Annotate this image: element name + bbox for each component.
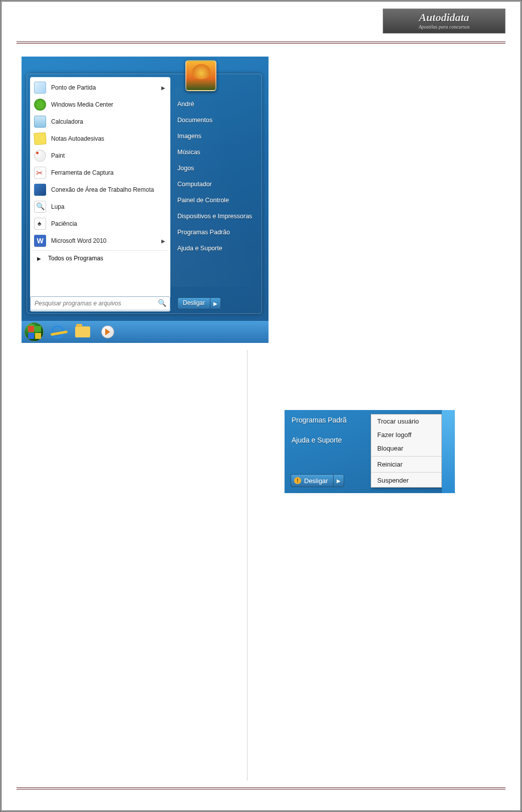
taskbar-internet-explorer[interactable] xyxy=(47,323,69,340)
shutdown-options-arrow[interactable]: ▶ xyxy=(210,297,221,309)
shutdown-button-2[interactable]: ! Desligar xyxy=(291,474,333,487)
program-paciencia[interactable]: Paciência xyxy=(30,215,170,232)
menu-fazer-logoff[interactable]: Fazer logoff xyxy=(371,428,441,442)
shutdown-options-screenshot: Programas Padrã Ajuda e Suporte ! Deslig… xyxy=(285,410,455,493)
taskbar xyxy=(22,321,269,343)
menu-separator xyxy=(371,472,441,473)
place-ajuda-suporte[interactable]: Ajuda e Suporte xyxy=(175,240,259,256)
horizontal-rule-top xyxy=(17,42,505,44)
place-imagens[interactable]: Imagens xyxy=(175,128,259,144)
menu-reiniciar[interactable]: Reiniciar xyxy=(371,458,441,471)
menu-separator xyxy=(371,456,441,457)
shutdown-options-arrow-2[interactable]: ▶ xyxy=(333,474,344,487)
start-menu-screenshot: Ponto de Partida ▶ Windows Media Center … xyxy=(22,57,269,343)
place-programas-padrao[interactable]: Programas Padrão xyxy=(175,224,259,240)
horizontal-rule-bottom xyxy=(17,787,505,789)
start-menu-programs-column: Ponto de Partida ▶ Windows Media Center … xyxy=(30,77,170,311)
place-painel-de-controle[interactable]: Painel de Controle xyxy=(175,192,259,208)
shutdown-split-button-2: ! Desligar ▶ xyxy=(291,474,344,487)
submenu-arrow-icon: ▶ xyxy=(161,85,165,91)
magnifier-icon xyxy=(34,201,46,213)
submenu-arrow-icon: ▶ xyxy=(161,238,165,244)
user-avatar-icon xyxy=(185,60,216,91)
all-programs-arrow-icon: ▶ xyxy=(37,256,41,261)
all-programs-button[interactable]: ▶ Todos os Programas xyxy=(30,252,170,265)
remote-desktop-icon xyxy=(34,184,46,196)
program-ponto-de-partida[interactable]: Ponto de Partida ▶ xyxy=(30,79,170,96)
place-documentos[interactable]: Documentos xyxy=(175,112,259,128)
start-menu-places-column: André Documentos Imagens Músicas Jogos C… xyxy=(175,96,259,256)
column-divider xyxy=(247,350,247,780)
place-computador[interactable]: Computador xyxy=(175,176,259,192)
place-user[interactable]: André xyxy=(175,96,259,112)
program-lupa[interactable]: Lupa xyxy=(30,198,170,215)
place-musicas[interactable]: Músicas xyxy=(175,144,259,160)
solitaire-icon xyxy=(34,218,46,230)
shutdown-button[interactable]: Desligar xyxy=(177,297,210,309)
divider xyxy=(33,250,167,251)
document-page: Autodidata Apostilas para concursos Pont… xyxy=(0,0,522,812)
menu-bloquear[interactable]: Bloquear xyxy=(371,442,441,455)
place-dispositivos-impressoras[interactable]: Dispositivos e Impressoras xyxy=(175,208,259,224)
search-input[interactable] xyxy=(30,296,170,310)
paint-icon xyxy=(34,150,46,162)
start-orb-icon[interactable] xyxy=(25,322,44,341)
program-windows-media-center[interactable]: Windows Media Center xyxy=(30,96,170,113)
update-pending-icon: ! xyxy=(294,477,301,484)
calculator-icon xyxy=(34,116,46,128)
search-row: 🔍 xyxy=(30,296,170,310)
program-ferramenta-de-captura[interactable]: Ferramenta de Captura xyxy=(30,164,170,181)
program-paint[interactable]: Paint xyxy=(30,147,170,164)
word-icon: W xyxy=(34,235,46,247)
shutdown-context-menu: Trocar usuário Fazer logoff Bloquear Rei… xyxy=(371,414,442,488)
brand-logo: Autodidata Apostilas para concursos xyxy=(383,9,505,34)
media-center-icon xyxy=(34,99,46,111)
taskbar-file-explorer[interactable] xyxy=(72,323,94,340)
brand-title: Autodidata xyxy=(383,11,505,24)
program-conexao-area-trabalho-remota[interactable]: Conexão de Área de Trabalho Remota xyxy=(30,181,170,198)
program-calculadora[interactable]: Calculadora xyxy=(30,113,170,130)
sticky-notes-icon xyxy=(34,132,47,145)
program-microsoft-word-2010[interactable]: W Microsoft Word 2010 ▶ xyxy=(30,232,170,249)
brand-subtitle: Apostilas para concursos xyxy=(383,24,505,30)
snipping-tool-icon xyxy=(34,167,46,179)
menu-suspender[interactable]: Suspender xyxy=(371,474,441,487)
program-notas-autoadesivas[interactable]: Notas Autoadesivas xyxy=(30,130,170,147)
search-icon: 🔍 xyxy=(158,299,166,307)
taskbar-media-player[interactable] xyxy=(97,323,119,340)
start-menu-panel: Ponto de Partida ▶ Windows Media Center … xyxy=(27,74,262,314)
place-jogos[interactable]: Jogos xyxy=(175,160,259,176)
menu-trocar-usuario[interactable]: Trocar usuário xyxy=(371,415,441,428)
getting-started-icon xyxy=(34,82,46,94)
shutdown-split-button: Desligar ▶ xyxy=(177,297,221,309)
